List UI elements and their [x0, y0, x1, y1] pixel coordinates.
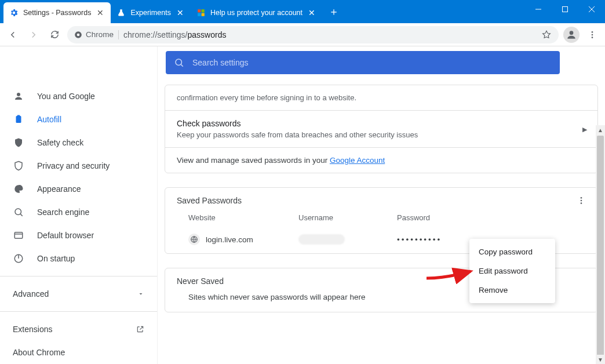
sidebar-item-you-and-google[interactable]: You and Google	[0, 85, 157, 108]
confirm-row: confirmation every time before signing i…	[165, 85, 597, 110]
back-button[interactable]	[5, 27, 21, 43]
never-title: Never Saved	[177, 276, 224, 286]
search-settings[interactable]	[166, 51, 560, 74]
svg-point-19	[15, 209, 21, 215]
clipboard-icon	[13, 114, 24, 125]
google-account-link[interactable]: Google Account	[330, 156, 385, 165]
sidebar-item-label: On startup	[37, 254, 75, 263]
separator	[0, 311, 157, 312]
gear-icon	[9, 8, 19, 17]
close-icon[interactable]: ✕	[96, 8, 105, 17]
username-cell	[298, 234, 397, 245]
about-label: About Chrome	[13, 348, 65, 357]
svg-point-25	[581, 197, 582, 199]
profile-avatar[interactable]	[563, 27, 580, 43]
window-titlebar: Settings - Passwords ✕ Experiments ✕ Hel…	[0, 0, 605, 23]
sidebar-item-appearance[interactable]: Appearance	[0, 177, 157, 201]
bookmark-star-icon[interactable]	[541, 30, 552, 40]
tab-title: Help us protect your account	[210, 9, 302, 17]
svg-rect-2	[198, 13, 201, 16]
sidebar-item-autofill[interactable]: Autofill	[0, 108, 157, 131]
sidebar-item-label: Safety check	[37, 138, 83, 147]
sidebar-item-safety-check[interactable]: Safety check	[0, 131, 157, 154]
sidebar-item-label: Search engine	[37, 208, 89, 217]
menu-remove[interactable]: Remove	[469, 281, 555, 300]
saved-title: Saved Passwords	[177, 196, 242, 205]
power-icon	[13, 253, 24, 264]
flask-icon	[116, 8, 126, 17]
menu-copy-password[interactable]: Copy password	[469, 242, 555, 261]
confirm-text: confirmation every time before signing i…	[177, 93, 586, 102]
minimize-button[interactable]	[525, 0, 552, 19]
settings-main: confirmation every time before signing i…	[158, 46, 605, 364]
sidebar-about-chrome[interactable]: About Chrome	[0, 341, 157, 364]
separator	[0, 276, 157, 276]
close-icon[interactable]: ✕	[307, 8, 316, 17]
svg-rect-1	[201, 9, 204, 12]
svg-point-14	[176, 59, 182, 65]
col-website: Website	[188, 213, 298, 222]
new-tab-button[interactable]: ＋	[326, 3, 342, 20]
sidebar-item-label: Autofill	[37, 115, 61, 124]
tab-title: Settings - Passwords	[23, 9, 91, 17]
sidebar-item-label: Privacy and security	[37, 161, 110, 170]
content-area: Settings You and Google Autofill Safety …	[0, 46, 605, 364]
tab-title: Experiments	[130, 9, 170, 17]
svg-point-12	[592, 34, 593, 35]
svg-point-9	[77, 33, 80, 36]
reload-button[interactable]	[46, 27, 63, 43]
tab-strip: Settings - Passwords ✕ Experiments ✕ Hel…	[3, 2, 322, 23]
svg-rect-21	[14, 232, 23, 239]
sidebar-item-default-browser[interactable]: Default browser	[0, 224, 157, 247]
view-manage-row: View and manage saved passwords in your …	[165, 147, 597, 173]
scroll-down-icon[interactable]: ▼	[596, 355, 605, 364]
sidebar-item-on-startup[interactable]: On startup	[0, 247, 157, 270]
check-passwords-row[interactable]: Check passwords Keep your passwords safe…	[165, 110, 597, 147]
svg-point-11	[592, 31, 593, 33]
chevron-right-icon: ▶	[582, 125, 587, 133]
col-password: Password	[397, 213, 586, 222]
window-controls	[525, 0, 605, 19]
close-icon[interactable]: ✕	[176, 8, 185, 17]
chrome-icon	[74, 31, 82, 39]
kebab-menu-icon[interactable]	[577, 196, 586, 205]
chevron-down-icon	[137, 290, 144, 297]
maximize-button[interactable]	[552, 0, 578, 19]
sidebar-advanced[interactable]: Advanced	[0, 282, 157, 305]
scrollbar-thumb[interactable]	[597, 136, 604, 364]
sidebar-item-search-engine[interactable]: Search engine	[0, 201, 157, 224]
svg-rect-5	[563, 7, 568, 12]
forward-button[interactable]	[25, 27, 42, 43]
svg-line-20	[20, 214, 22, 216]
chip-label: Chrome	[86, 30, 114, 39]
col-username: Username	[298, 213, 397, 222]
tab-settings[interactable]: Settings - Passwords ✕	[3, 2, 111, 23]
scrollbar[interactable]: ▲ ▼	[596, 125, 605, 364]
svg-point-27	[581, 202, 582, 204]
tab-help-protect[interactable]: Help us protect your account ✕	[191, 2, 322, 23]
svg-rect-17	[16, 116, 21, 123]
svg-point-16	[17, 93, 20, 96]
palette-icon	[13, 184, 24, 194]
page-title: Settings	[13, 56, 46, 66]
search-input[interactable]	[192, 58, 552, 67]
sidebar-extensions[interactable]: Extensions	[0, 318, 157, 341]
sidebar-item-label: You and Google	[37, 92, 95, 101]
external-link-icon	[136, 325, 144, 333]
address-bar[interactable]: Chrome chrome://settings/passwords	[67, 26, 559, 43]
advanced-label: Advanced	[13, 289, 49, 299]
sidebar-item-privacy-security[interactable]: Privacy and security	[0, 154, 157, 177]
menu-edit-password[interactable]: Edit password	[469, 261, 555, 281]
scroll-up-icon[interactable]: ▲	[596, 125, 605, 134]
tab-experiments[interactable]: Experiments ✕	[111, 2, 190, 23]
separator	[118, 30, 119, 39]
kebab-menu-icon[interactable]	[584, 27, 600, 43]
check-title: Check passwords	[177, 119, 586, 128]
settings-sidebar: You and Google Autofill Safety check Pri…	[0, 46, 158, 364]
svg-line-15	[181, 64, 183, 66]
close-window-button[interactable]	[578, 0, 605, 19]
sidebar-item-label: Appearance	[37, 184, 81, 194]
svg-rect-18	[17, 115, 20, 117]
microsoft-icon	[196, 8, 206, 17]
check-sub: Keep your passwords safe from data breac…	[177, 130, 586, 139]
